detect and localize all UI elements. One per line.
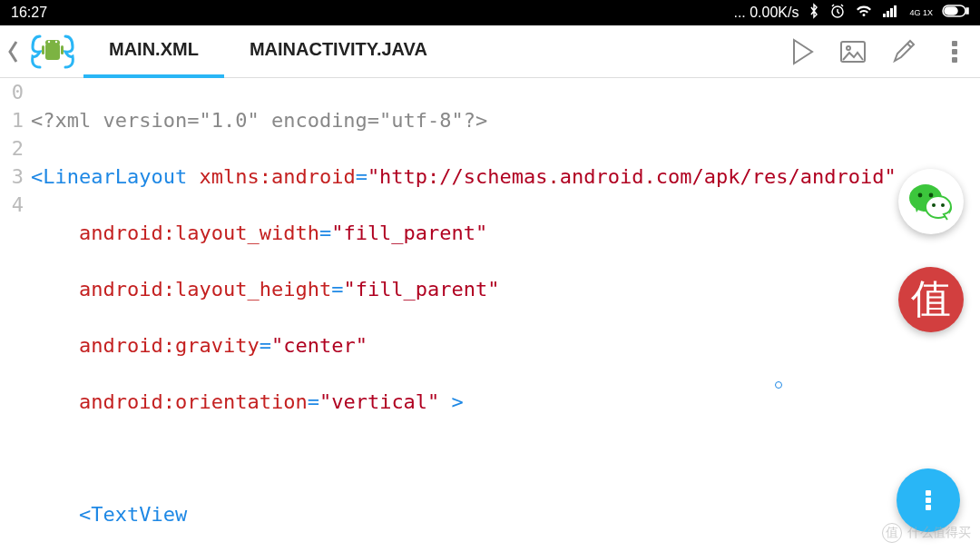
svg-rect-16 [952, 41, 957, 46]
watermark-text: 什么值得买 [907, 525, 971, 541]
code-editor[interactable]: 0 1 2 3 4 <?xml version="1.0" encoding="… [0, 78, 980, 552]
svg-point-15 [847, 46, 850, 50]
code-line: <LinearLayout xmlns:android="http://sche… [31, 163, 980, 191]
code-content[interactable]: <?xml version="1.0" encoding="utf-8"?> <… [29, 78, 980, 552]
battery-icon [942, 5, 969, 21]
tab-main-xml[interactable]: MAIN.XML [83, 25, 224, 78]
net-type: 4G 1X [909, 9, 933, 17]
net-speed: ... 0.00K/s [733, 5, 799, 21]
gutter-line: 3 [0, 163, 24, 191]
svg-rect-2 [887, 11, 889, 17]
watermark-icon: 值 [882, 523, 902, 543]
smzdm-chat-head[interactable]: 值 [898, 267, 964, 332]
overflow-menu-button[interactable] [929, 25, 980, 78]
tab-mainactivity-java[interactable]: MAINACTIVITY.JAVA [224, 25, 453, 78]
line-gutter: 0 1 2 3 4 [0, 78, 29, 552]
svg-rect-17 [952, 49, 957, 54]
svg-rect-18 [952, 57, 957, 63]
svg-rect-12 [42, 45, 44, 54]
svg-rect-1 [883, 14, 886, 17]
status-time: 16:27 [11, 5, 47, 21]
code-line [31, 444, 980, 472]
svg-rect-7 [945, 7, 957, 15]
cursor-marker-icon [775, 381, 782, 389]
svg-point-21 [918, 193, 923, 198]
code-line: android:layout_height="fill_parent" [31, 275, 980, 303]
wechat-chat-head[interactable] [898, 169, 964, 234]
run-button[interactable] [777, 25, 828, 78]
code-line: <?xml version="1.0" encoding="utf-8"?> [31, 106, 980, 134]
svg-rect-6 [966, 8, 968, 14]
code-line: android:orientation="vertical" > [31, 388, 980, 416]
svg-point-22 [929, 193, 934, 198]
code-line: android:layout_width="fill_parent" [31, 219, 980, 247]
signal-icon [882, 4, 900, 22]
back-button[interactable] [0, 39, 25, 64]
code-line: <TextView [31, 500, 980, 528]
smzdm-icon-text: 值 [911, 280, 951, 320]
svg-point-10 [48, 40, 50, 42]
svg-rect-4 [894, 5, 897, 17]
code-line: android:gravity="center" [31, 331, 980, 360]
status-right: ... 0.00K/s 4G 1X [733, 3, 969, 23]
svg-point-11 [55, 40, 57, 42]
image-button[interactable] [828, 25, 878, 78]
watermark: 值 什么值得买 [882, 523, 971, 543]
android-status-bar: 16:27 ... 0.00K/s 4G 1X [0, 0, 980, 25]
gutter-line: 4 [0, 191, 24, 219]
edit-button[interactable] [878, 25, 929, 78]
wifi-icon [855, 4, 873, 22]
alarm-icon [829, 3, 846, 23]
svg-rect-9 [45, 40, 60, 45]
svg-rect-3 [890, 8, 893, 17]
svg-point-23 [932, 203, 936, 207]
svg-rect-13 [61, 45, 64, 54]
editor-tabs: MAIN.XML MAINACTIVITY.JAVA [83, 25, 453, 78]
gutter-line: 0 [0, 78, 24, 106]
gutter-line: 2 [0, 134, 24, 163]
fab-dots-icon [926, 488, 931, 512]
app-toolbar: MAIN.XML MAINACTIVITY.JAVA [0, 25, 980, 78]
bluetooth-icon [808, 3, 820, 23]
svg-rect-8 [45, 44, 60, 60]
svg-point-24 [941, 203, 945, 207]
gutter-line: 1 [0, 106, 24, 134]
app-logo[interactable] [25, 31, 80, 73]
